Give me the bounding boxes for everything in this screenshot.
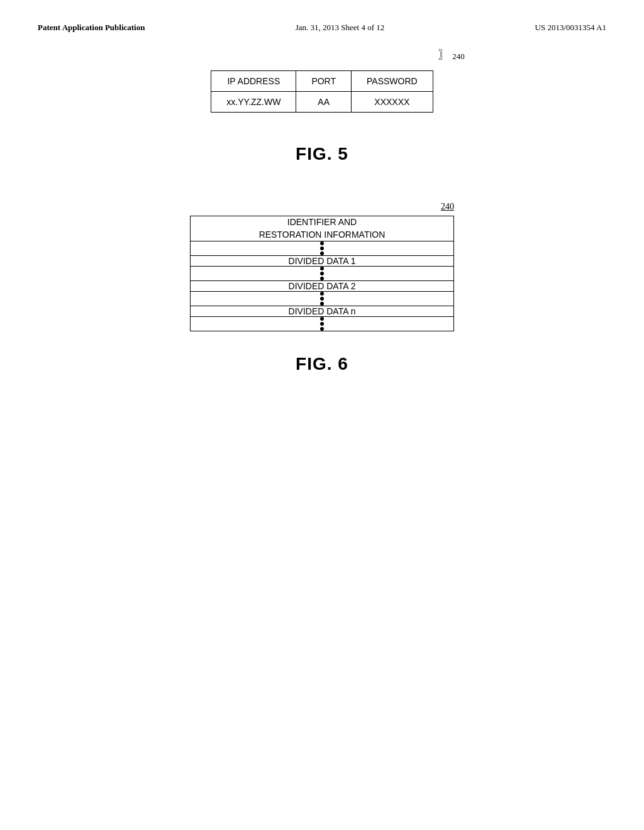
fig6-dots-cell-2 (191, 267, 454, 281)
fig5-col-port: PORT (296, 71, 352, 92)
fig6-section: 240 IDENTIFIER ANDRESTORATION INFORMATIO… (0, 202, 644, 374)
dots-content-3 (191, 292, 453, 306)
fig6-dots-cell-4 (191, 317, 454, 331)
fig6-divided-data-2: DIVIDED DATA 2 (191, 281, 454, 292)
fig5-header-row: IP ADDRESS PORT PASSWORD (211, 71, 433, 92)
fig6-label-container: 240 (190, 202, 454, 212)
fig6-title: FIG. 6 (296, 354, 348, 374)
fig5-table: IP ADDRESS PORT PASSWORD xx.YY.ZZ.WW AA … (211, 70, 433, 113)
fig6-table: IDENTIFIER ANDRESTORATION INFORMATION DI… (190, 216, 454, 331)
fig5-cell-port: AA (296, 92, 352, 113)
fig5-col-password: PASSWORD (352, 71, 433, 92)
page-header: Patent Application Publication Jan. 31, … (0, 0, 644, 33)
fig6-dots-row-4 (191, 317, 454, 331)
dot (320, 272, 324, 275)
dots-content-1 (191, 241, 453, 255)
fig6-divided-data-n: DIVIDED DATA n (191, 306, 454, 317)
dots-content-4 (191, 317, 453, 331)
fig6-dots-cell-3 (191, 292, 454, 306)
dot (320, 292, 324, 296)
fig5-table-container: 〗 240 IP ADDRESS PORT PASSWORD xx.YY.ZZ.… (211, 70, 433, 113)
fig5-col-ip: IP ADDRESS (211, 71, 296, 92)
fig5-ref-label: 240 (452, 52, 465, 62)
fig6-dots-cell-1 (191, 241, 454, 256)
fig5-section: 〗 240 IP ADDRESS PORT PASSWORD xx.YY.ZZ.… (0, 70, 644, 202)
dot (320, 302, 324, 306)
dot (320, 277, 324, 280)
dot (320, 297, 324, 301)
fig6-divided-data-1: DIVIDED DATA 1 (191, 256, 454, 267)
fig5-data-row: xx.YY.ZZ.WW AA XXXXXX (211, 92, 433, 113)
fig6-divided-data-2-row: DIVIDED DATA 2 (191, 281, 454, 292)
header-center: Jan. 31, 2013 Sheet 4 of 12 (296, 23, 385, 33)
fig6-ref-label: 240 (441, 202, 454, 212)
fig5-cell-ip: xx.YY.ZZ.WW (211, 92, 296, 113)
dot (320, 252, 324, 255)
header-left: Patent Application Publication (38, 23, 145, 33)
header-right: US 2013/0031354 A1 (535, 23, 606, 33)
fig6-header-cell: IDENTIFIER ANDRESTORATION INFORMATION (191, 216, 454, 241)
dot (320, 322, 324, 326)
fig6-divided-data-1-row: DIVIDED DATA 1 (191, 256, 454, 267)
dots-content-2 (191, 267, 453, 280)
dot (320, 246, 324, 250)
fig6-dots-row-1 (191, 241, 454, 256)
dot (320, 267, 324, 270)
fig6-dots-row-3 (191, 292, 454, 306)
fig6-divided-data-n-row: DIVIDED DATA n (191, 306, 454, 317)
fig6-header-row: IDENTIFIER ANDRESTORATION INFORMATION (191, 216, 454, 241)
fig5-title: FIG. 5 (296, 144, 348, 164)
dot (320, 317, 324, 321)
fig6-dots-row-2 (191, 267, 454, 281)
fig5-cell-password: XXXXXX (352, 92, 433, 113)
dot (320, 327, 324, 331)
dot (320, 241, 324, 245)
